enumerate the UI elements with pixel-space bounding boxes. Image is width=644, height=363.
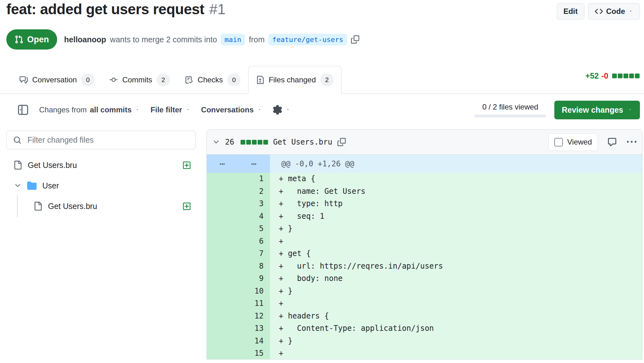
tree-item-nested-file[interactable]: Get Users.bru <box>6 197 196 216</box>
kebab-menu-icon[interactable] <box>627 137 636 147</box>
copy-branch-icon[interactable] <box>351 35 359 44</box>
comment-icon[interactable] <box>607 137 617 147</box>
tab-label: Files changed <box>269 75 316 84</box>
diff-line: 14 + } <box>207 335 642 348</box>
line-number: 6 <box>207 235 270 248</box>
toolbar-left: Changes from all commits File filter Con… <box>18 98 290 121</box>
viewed-checkbox[interactable] <box>554 138 563 146</box>
diff-line: 13 + Content-Type: application/json <box>207 322 642 335</box>
diffstat-block <box>623 74 628 78</box>
tab-commits[interactable]: Commits 2 <box>102 66 177 93</box>
chevron-down-icon <box>285 108 290 111</box>
expand-up-button[interactable]: ⋯ <box>207 155 238 173</box>
byline-from: from <box>249 35 265 44</box>
line-number: 14 <box>207 335 270 348</box>
conversations-dropdown[interactable]: Conversations <box>201 105 262 114</box>
git-commit-icon <box>110 76 118 84</box>
line-code: + body: none <box>270 272 642 285</box>
tree-item-folder-user[interactable]: User <box>6 176 196 195</box>
base-branch-label[interactable]: main <box>221 34 245 45</box>
filter-changed-files <box>6 131 196 149</box>
changes-from-value: all commits <box>90 105 132 114</box>
code-button-label: Code <box>606 7 625 16</box>
tab-counter: 0 <box>81 74 94 86</box>
chevron-down-icon <box>628 10 633 13</box>
line-code: + get { <box>270 247 642 260</box>
diffstat-block <box>241 140 245 145</box>
tab-label: Commits <box>122 75 152 84</box>
diffstat-block <box>258 140 262 145</box>
diff-settings-dropdown[interactable] <box>273 105 290 115</box>
line-number: 12 <box>207 310 270 323</box>
diffstat-block <box>612 74 617 78</box>
chevron-down-icon <box>257 108 262 111</box>
chevron-down-icon <box>185 108 190 111</box>
tree-item-file[interactable]: Get Users.bru <box>6 156 196 175</box>
edit-button[interactable]: Edit <box>557 3 584 20</box>
line-code: + Content-Type: application/json <box>270 322 642 335</box>
byline-middle: wants to merge 2 commits into <box>110 35 217 44</box>
tab-counter: 2 <box>320 74 334 86</box>
line-code: + } <box>270 335 642 348</box>
line-number: 5 <box>207 223 270 235</box>
code-button[interactable]: Code <box>588 3 640 20</box>
collapse-file-tree-button[interactable] <box>18 104 28 115</box>
diffstat-block <box>263 140 268 145</box>
changes-from-prefix: Changes from <box>39 105 87 114</box>
tab-conversation[interactable]: Conversation 0 <box>12 66 102 93</box>
tab-counter: 0 <box>227 74 241 86</box>
file-diffstat-squares <box>241 140 268 145</box>
file-diff-icon <box>256 76 264 84</box>
tab-files-changed[interactable]: Files changed 2 <box>248 66 341 94</box>
chevron-down-icon <box>628 108 633 111</box>
conversations-label: Conversations <box>201 105 254 114</box>
toolbar-right: 0 / 2 files viewed Review changes <box>474 98 640 121</box>
tab-checks[interactable]: Checks 0 <box>177 66 248 93</box>
diffstat-block <box>635 74 640 78</box>
line-code: + } <box>270 285 642 298</box>
line-number: 7 <box>207 247 270 260</box>
diffstat-squares <box>612 74 640 78</box>
diff-file-header: 26 Get Users.bru Viewed <box>207 130 642 155</box>
files-viewed-text: 0 / 2 files viewed <box>474 103 546 111</box>
status-badge-label: Open <box>27 35 49 45</box>
file-icon <box>33 202 42 211</box>
diff-added-icon <box>182 161 191 170</box>
diffstat-block <box>252 140 257 145</box>
copy-file-path-icon[interactable] <box>337 138 346 146</box>
tab-counter: 2 <box>157 74 170 86</box>
diffstat: +52 -0 <box>585 71 640 80</box>
filter-changed-files-input[interactable] <box>6 131 196 149</box>
diff-toolbar: Changes from all commits File filter Con… <box>0 98 644 121</box>
diff-line: 8 + url: https://reqres.in/api/users <box>207 260 642 273</box>
diffstat-additions: +52 <box>585 71 599 80</box>
chevron-down-icon <box>14 182 21 189</box>
search-icon <box>13 136 21 144</box>
tree-item-label: Get Users.bru <box>48 202 97 211</box>
file-filter-dropdown[interactable]: File filter <box>151 105 190 114</box>
line-code: + url: https://reqres.in/api/users <box>270 260 642 273</box>
diff-line: 5 + } <box>207 223 642 235</box>
diff-line: 11 + <box>207 297 642 310</box>
review-changes-button[interactable]: Review changes <box>554 101 640 119</box>
files-viewed-progress <box>474 115 546 117</box>
line-code: + type: http <box>270 198 642 210</box>
tree-item-label: User <box>42 181 59 190</box>
hunk-header-text: @@ -0,0 +1,26 @@ <box>270 155 642 173</box>
line-number: 8 <box>207 260 270 273</box>
git-pull-request-icon <box>15 35 23 44</box>
changes-from-dropdown[interactable]: Changes from all commits <box>39 105 140 114</box>
expand-down-button[interactable]: ⋯ <box>238 155 270 173</box>
line-code: + headers { <box>270 310 642 323</box>
diff-line: 2 + name: Get Users <box>207 185 642 198</box>
line-code: + <box>270 347 642 360</box>
author-link[interactable]: helloanoop <box>64 35 106 44</box>
collapse-diff-chevron-icon[interactable] <box>212 138 220 146</box>
line-number: 11 <box>207 297 270 310</box>
line-number: 2 <box>207 185 270 198</box>
diffstat-deletions: -0 <box>601 71 608 80</box>
head-branch-label[interactable]: feature/get-users <box>268 34 347 45</box>
viewed-button[interactable]: Viewed <box>548 133 598 151</box>
pr-byline: Open helloanoop wants to merge 2 commits… <box>6 29 359 50</box>
tree-item-label: Get Users.bru <box>28 161 77 170</box>
